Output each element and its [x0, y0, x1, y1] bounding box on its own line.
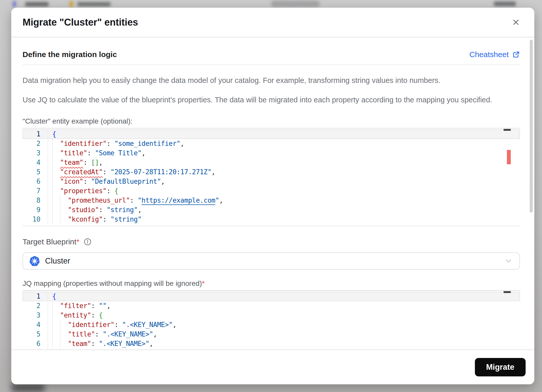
code-token: "	[215, 197, 219, 204]
code-token: {	[52, 292, 56, 300]
cheatsheet-link[interactable]: Cheatsheet	[470, 50, 520, 59]
background-blurred-icon	[13, 1, 16, 7]
code-line: 5 "title": ".<KEY_NAME>",	[23, 330, 520, 339]
description-paragraph-2: Use JQ to calculate the value of the blu…	[23, 95, 520, 105]
indent-guide	[52, 339, 53, 349]
page-background: Migrate "Cluster" entities Define the mi…	[0, 0, 542, 392]
indent-guide	[52, 186, 53, 196]
code-lines: 1{2 "identifier": "some_identifier",3 "t…	[23, 128, 520, 224]
code-line: 7 "icon": ".<KEY_NAME>",	[23, 349, 520, 350]
code-token: []	[91, 159, 99, 166]
code-token: :	[95, 330, 103, 338]
line-number: 5	[23, 330, 48, 339]
migrate-button[interactable]: Migrate	[475, 358, 526, 376]
line-number: 6	[23, 177, 48, 186]
code-line-content: "properties": {	[48, 186, 520, 196]
code-token: "string"	[107, 206, 138, 214]
editor-scrollbar-thumb[interactable]	[504, 129, 511, 131]
code-line: 10 "kconfig": "string"	[23, 215, 520, 224]
code-token: ,	[161, 178, 165, 185]
indent-guide	[52, 215, 53, 224]
code-token: ".<KEY_NAME>"	[99, 340, 149, 347]
code-line: 3 "title": "Some Title",	[23, 148, 520, 158]
jq-mapping-label: JQ mapping (properties without mapping w…	[23, 279, 520, 288]
indent-guide	[52, 139, 53, 148]
code-token: "kconfig"	[68, 215, 103, 223]
code-line: 4 "identifier": ".<KEY_NAME>",	[23, 320, 520, 330]
code-token: "identifier"	[68, 321, 114, 329]
code-token: ".<KEY_NAME>"	[103, 330, 153, 338]
code-token: :	[114, 321, 122, 329]
code-token: :	[107, 140, 114, 147]
indent-guide	[52, 311, 53, 320]
code-token: ".<KEY_NAME>"	[99, 349, 149, 350]
code-line: 4 "team": [],	[23, 158, 520, 167]
code-link-token[interactable]: https://example.com	[142, 197, 215, 204]
code-token: {	[99, 311, 103, 319]
line-number: 5	[23, 167, 48, 177]
close-icon	[512, 18, 520, 27]
modal-scrollbar-thumb[interactable]	[530, 40, 533, 213]
code-token: ,	[99, 159, 103, 166]
editor-error-marker	[507, 150, 511, 164]
chevron-down-icon	[504, 257, 513, 265]
section-heading: Define the migration logic	[23, 50, 117, 59]
code-token: "properties"	[60, 187, 107, 195]
line-number: 3	[23, 148, 48, 158]
code-token: :	[91, 311, 99, 319]
target-blueprint-value: Cluster	[45, 256, 504, 266]
code-line: 5 "createdAt": "2025-07-28T11:20:17.271Z…	[23, 167, 520, 177]
line-number: 9	[23, 205, 48, 215]
code-token: ,	[219, 197, 223, 204]
jq-mapping-code-editor[interactable]: 1{2 "filter": "",3 "entity": {4 "identif…	[23, 290, 520, 350]
target-blueprint-select[interactable]: Cluster	[23, 252, 520, 270]
code-token: ,	[173, 321, 176, 329]
editor-scrollbar-thumb[interactable]	[504, 291, 511, 293]
entity-example-label: "Cluster" entity example (optional):	[23, 117, 520, 126]
code-line-content: "studio": "string",	[48, 205, 520, 215]
line-number: 10	[23, 215, 48, 224]
close-button[interactable]	[510, 16, 522, 28]
modal-header: Migrate "Cluster" entities	[11, 8, 534, 37]
code-token: :	[91, 302, 99, 310]
target-blueprint-label-row: Target Blueprint*	[23, 237, 520, 247]
code-token: "icon"	[60, 178, 83, 185]
code-line-content: "identifier": "some_identifier",	[48, 139, 520, 148]
target-blueprint-label: Target Blueprint*	[23, 237, 79, 246]
code-line: 2 "filter": "",	[23, 301, 520, 311]
code-token: :	[107, 187, 114, 195]
indent-guide	[52, 330, 53, 339]
info-icon[interactable]	[84, 238, 92, 246]
code-token: "entity"	[60, 311, 91, 319]
code-token: "identifier"	[60, 140, 107, 147]
code-line-content: "team": ".<KEY_NAME>",	[48, 339, 520, 349]
background-blurred-text	[77, 2, 111, 6]
modal-title: Migrate "Cluster" entities	[23, 17, 138, 28]
code-token: "team"	[68, 340, 91, 347]
indent-guide	[52, 196, 53, 205]
line-number: 4	[23, 320, 48, 330]
code-token: "2025-07-28T11:20:17.271Z"	[110, 168, 211, 176]
entity-example-code-editor[interactable]: 1{2 "identifier": "some_identifier",3 "t…	[23, 128, 520, 226]
code-token: {	[114, 187, 118, 195]
line-number: 2	[23, 139, 48, 148]
background-blurred-search	[271, 1, 320, 7]
indent-guide	[52, 167, 53, 177]
line-number: 6	[23, 339, 48, 349]
code-token: "prometheus_url"	[68, 197, 130, 204]
indent-guide	[60, 339, 60, 349]
code-token: :	[99, 206, 107, 214]
code-line-content: "createdAt": "2025-07-28T11:20:17.271Z",	[48, 167, 520, 177]
section-divider	[23, 64, 520, 65]
code-token: ,	[211, 168, 215, 176]
section-header-row: Define the migration logic Cheatsheet	[23, 50, 520, 59]
code-token: "icon"	[68, 349, 91, 350]
code-token: :	[83, 178, 91, 185]
code-token: ,	[149, 340, 153, 347]
modal-scroll-area[interactable]: Define the migration logic Cheatsheet Da…	[11, 37, 534, 350]
code-line-content: "icon": ".<KEY_NAME>",	[48, 349, 520, 350]
code-lines: 1{2 "filter": "",3 "entity": {4 "identif…	[23, 291, 520, 350]
line-number: 3	[23, 311, 48, 320]
code-token: "some_identifier"	[114, 140, 180, 147]
indent-guide	[60, 320, 60, 330]
